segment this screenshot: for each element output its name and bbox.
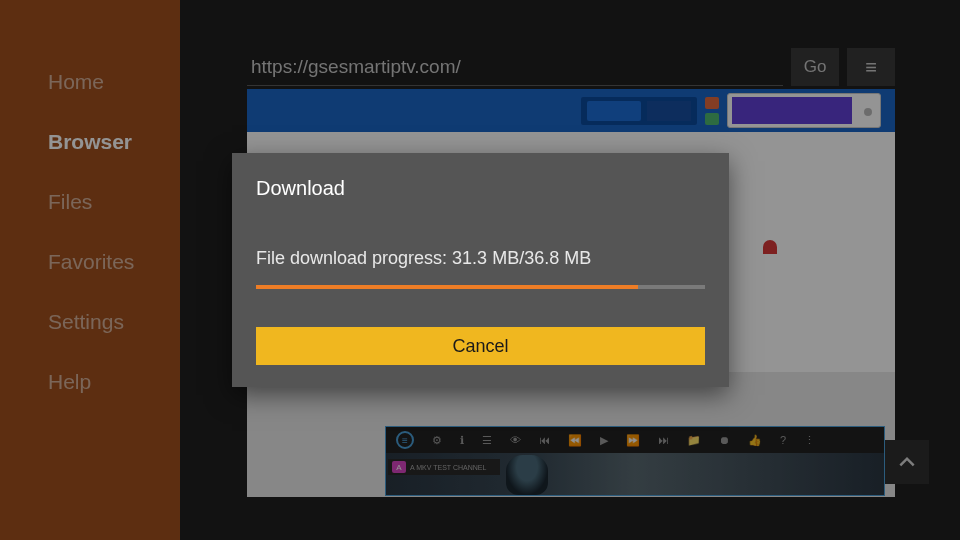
download-progress-text: File download progress: 31.3 MB/36.8 MB <box>256 248 705 269</box>
progress-bar <box>256 285 705 289</box>
download-dialog: Download File download progress: 31.3 MB… <box>232 153 729 387</box>
progress-bar-fill <box>256 285 638 289</box>
cancel-button[interactable]: Cancel <box>256 327 705 365</box>
dialog-title: Download <box>256 177 705 200</box>
